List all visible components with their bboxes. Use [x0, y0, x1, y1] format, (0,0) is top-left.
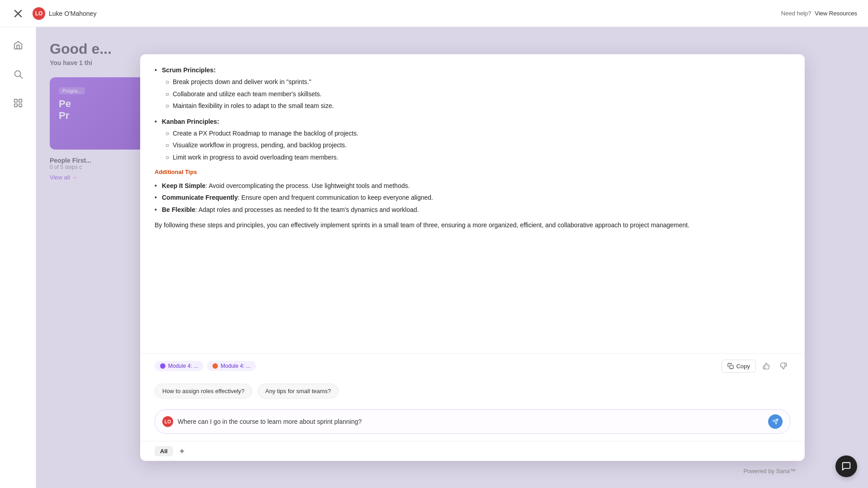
powered-by-label: Powered by Sana™	[743, 468, 796, 474]
modal-footer: All ✦	[140, 441, 805, 461]
modal-body: Scrum Principles: Break projects down an…	[140, 54, 805, 353]
tips-list: Keep It Simple: Avoid overcomplicating t…	[155, 181, 790, 215]
tip-2: Communicate Frequently: Ensure open and …	[155, 192, 790, 202]
main-content: Good e... You have 1 thi Progra... PePr …	[36, 27, 868, 488]
action-bar: Module 4: ... Module 4: ... Copy	[140, 353, 805, 378]
avatar: LO	[33, 7, 45, 20]
svg-rect-8	[730, 365, 733, 369]
scrum-list: Scrum Principles: Break projects down an…	[155, 65, 790, 162]
username: Luke O'Mahoney	[49, 10, 96, 17]
footer-sparkle-icon[interactable]: ✦	[179, 446, 185, 456]
thumbs-up-icon	[763, 362, 770, 370]
footer-tab-all[interactable]: All	[155, 446, 173, 456]
sidebar	[0, 27, 36, 488]
scrum-item-2: Collaborate and utilize each team member…	[165, 89, 790, 99]
thumbs-down-button[interactable]	[777, 359, 790, 373]
thumbs-down-icon	[780, 362, 787, 370]
summary-text: By following these steps and principles,…	[155, 220, 790, 230]
module-tag-dot-2	[212, 363, 218, 369]
sidebar-item-apps[interactable]	[9, 94, 27, 112]
kanban-header-item: Kanban Principles: Create a PX Product R…	[155, 117, 790, 163]
kanban-item-3: Limit work in progress to avoid overload…	[165, 152, 790, 162]
suggestions-bar: How to assign roles effectively? Any tip…	[140, 378, 805, 404]
topbar-right: Need help? View Resources	[781, 10, 857, 17]
additional-tips-heading: Additional Tips	[155, 168, 790, 177]
svg-rect-6	[14, 104, 17, 107]
kanban-title: Kanban Principles:	[162, 118, 219, 125]
content-section: Scrum Principles: Break projects down an…	[155, 65, 790, 230]
suggestion-chip-2[interactable]: Any tips for small teams?	[258, 384, 339, 399]
tip-1: Keep It Simple: Avoid overcomplicating t…	[155, 181, 790, 191]
tip-3: Be Flexible: Adapt roles and processes a…	[155, 205, 790, 215]
svg-line-3	[20, 76, 22, 78]
chat-input-wrapper: LO	[155, 409, 790, 434]
thumbs-up-button[interactable]	[760, 359, 773, 373]
send-icon	[772, 418, 778, 425]
help-label: Need help?	[781, 10, 811, 17]
chat-support-icon	[841, 461, 851, 471]
copy-button[interactable]: Copy	[722, 360, 756, 373]
svg-rect-4	[14, 99, 17, 102]
kanban-item-2: Visualize workflow in progress, pending,…	[165, 140, 790, 150]
suggestion-chip-1[interactable]: How to assign roles effectively?	[155, 384, 252, 399]
sidebar-item-home[interactable]	[9, 36, 27, 54]
ai-chat-modal: Scrum Principles: Break projects down an…	[140, 54, 805, 461]
scrum-header-item: Scrum Principles: Break projects down an…	[155, 65, 790, 111]
view-resources-link[interactable]: View Resources	[815, 10, 857, 17]
copy-icon	[727, 363, 734, 369]
chat-support-button[interactable]	[835, 455, 857, 477]
input-area: LO	[140, 404, 805, 441]
svg-rect-7	[19, 104, 21, 107]
scrum-title: Scrum Principles:	[162, 66, 216, 74]
kanban-item-1: Create a PX Product Roadmap to manage th…	[165, 128, 790, 138]
module-tag-label-2: Module 4: ...	[221, 363, 250, 369]
logo-icon[interactable]	[11, 6, 25, 21]
scrum-sub-list: Break projects down and deliver work in …	[165, 77, 790, 111]
topbar: LO Luke O'Mahoney Need help? View Resour…	[0, 0, 868, 27]
send-button[interactable]	[768, 414, 783, 429]
module-tag-dot-1	[160, 363, 165, 369]
scrum-item-3: Maintain flexibility in roles to adapt t…	[165, 101, 790, 111]
copy-label: Copy	[736, 363, 750, 370]
input-avatar: LO	[162, 416, 173, 427]
chat-input[interactable]	[178, 418, 764, 425]
kanban-sub-list: Create a PX Product Roadmap to manage th…	[165, 128, 790, 162]
module-tag-1[interactable]: Module 4: ...	[155, 361, 203, 371]
module-tag-label-1: Module 4: ...	[168, 363, 198, 369]
svg-rect-5	[19, 99, 21, 102]
scrum-item-1: Break projects down and deliver work in …	[165, 77, 790, 87]
module-tag-2[interactable]: Module 4: ...	[207, 361, 256, 371]
user-profile[interactable]: LO Luke O'Mahoney	[33, 7, 96, 20]
sidebar-item-search[interactable]	[9, 65, 27, 83]
